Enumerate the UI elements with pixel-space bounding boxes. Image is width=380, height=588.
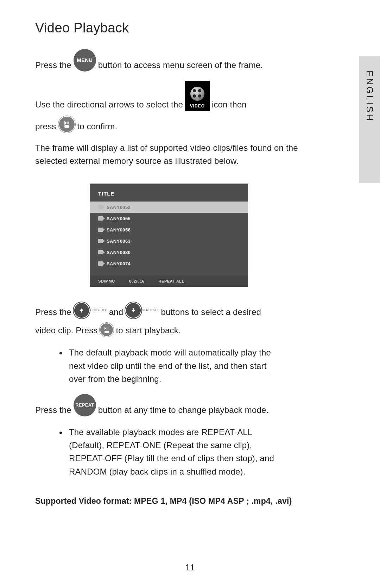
text: video clip. Press — [35, 324, 97, 337]
paragraph-1: Press the MENU button to access menu scr… — [35, 49, 303, 72]
down-arrow-button-icon — [125, 302, 141, 318]
up-sublabel: COPY/DEL — [90, 308, 107, 313]
text: icon then — [212, 98, 247, 111]
paragraph-2: Use the directional arrows to select the… — [35, 81, 303, 111]
text: and — [109, 305, 124, 318]
video-tile-label: VIDEO — [190, 103, 205, 110]
video-file-icon — [98, 239, 103, 243]
paragraph-7: Press the REPEAT button at any time to c… — [35, 394, 303, 416]
text: button at any time to change playback mo… — [98, 403, 269, 416]
file-row-selected: SANY0053 — [90, 202, 248, 213]
video-file-list-screenshot: TITLE SANY0053 SANY0055 SANY0056 SANY006… — [90, 184, 248, 287]
video-file-icon — [98, 250, 103, 254]
language-label: ENGLISH — [364, 70, 375, 122]
video-file-icon — [98, 261, 103, 266]
text: button to access menu screen of the fram… — [98, 58, 263, 72]
count-label: 002/016 — [129, 279, 145, 283]
film-reel-icon — [190, 87, 204, 101]
bullet-item: The default playback mode will automatic… — [67, 346, 278, 385]
text: Press the — [35, 305, 71, 318]
text: to confirm. — [77, 120, 118, 133]
menu-button-icon: MENU — [74, 49, 96, 72]
video-file-icon — [98, 228, 103, 232]
bullet-list-1: The default playback mode will automatic… — [67, 346, 303, 385]
text: press — [35, 120, 56, 133]
page-number: 11 — [0, 563, 380, 572]
down-button-group: ↻ ROTATE — [125, 302, 159, 318]
file-row: SANY0055 — [98, 213, 240, 224]
filelist-footer: SD/MMC 002/016 REPEAT ALL — [90, 276, 248, 287]
repeat-button-icon: REPEAT — [74, 394, 96, 416]
supported-format: Supported Video format: MPEG 1, MP4 (ISO… — [35, 496, 303, 506]
language-tab: ENGLISH — [359, 56, 380, 183]
text: to start playback. — [116, 324, 180, 337]
text: buttons to select a desired — [161, 305, 261, 318]
video-menu-tile-icon: VIDEO — [185, 81, 210, 111]
bullet-item: The available playback modes are REPEAT-… — [67, 426, 278, 478]
file-row: SANY0074 — [98, 258, 240, 269]
filelist-header: TITLE — [90, 191, 248, 202]
file-row: SANY0063 — [98, 235, 240, 247]
play-pause-button-icon — [100, 323, 114, 337]
source-label: SD/MMC — [98, 279, 115, 283]
page-content: Video Playback Press the MENU button to … — [35, 20, 303, 506]
up-arrow-button-icon — [74, 302, 90, 318]
text: Use the directional arrows to select the — [35, 98, 183, 111]
bullet-list-2: The available playback modes are REPEAT-… — [67, 426, 303, 478]
video-file-icon — [98, 205, 103, 209]
up-button-group: COPY/DEL — [74, 302, 107, 318]
svg-rect-0 — [65, 125, 69, 128]
down-sublabel: ↻ ROTATE — [142, 308, 159, 313]
svg-rect-1 — [104, 331, 109, 333]
paragraph-4: The frame will display a list of support… — [35, 141, 303, 167]
paragraph-5: Press the COPY/DEL and ↻ ROTATE buttons … — [35, 302, 303, 318]
text: Press the — [35, 403, 71, 416]
video-file-icon — [98, 216, 103, 221]
file-row: SANY0080 — [98, 247, 240, 258]
mode-label: REPEAT ALL — [159, 279, 184, 283]
text: Press the — [35, 58, 71, 72]
page-title: Video Playback — [35, 20, 303, 36]
paragraph-6: video clip. Press to start playback. — [35, 323, 303, 337]
file-row: SANY0056 — [98, 224, 240, 235]
play-pause-button-icon — [58, 116, 75, 133]
filelist-body: SANY0053 SANY0055 SANY0056 SANY0063 SANY… — [90, 202, 248, 276]
paragraph-3: press to confirm. — [35, 116, 303, 133]
